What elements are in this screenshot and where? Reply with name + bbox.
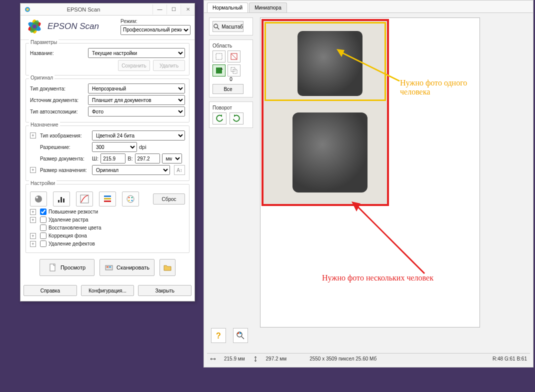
status-width-icon xyxy=(210,356,216,362)
select-all-button[interactable]: Все xyxy=(212,84,244,94)
titlebar[interactable]: EPSON Scan — ☐ ✕ xyxy=(20,4,194,16)
destsize-select[interactable]: Оригинал xyxy=(92,165,170,175)
params-legend: Параметры xyxy=(29,40,58,45)
zoom-button[interactable]: Масштаб xyxy=(212,21,244,32)
name-select[interactable]: Текущие настройки xyxy=(88,48,185,58)
expand-descreen-icon[interactable]: + xyxy=(30,217,36,223)
auto-exposure-icon[interactable] xyxy=(30,192,47,206)
descreen-checkbox[interactable] xyxy=(40,216,46,223)
orientation-lock-icon[interactable]: A↕ xyxy=(174,165,185,175)
save-settings-button[interactable]: Сохранить xyxy=(118,60,150,71)
svg-point-8 xyxy=(36,196,38,198)
marquee-mode-icon[interactable] xyxy=(212,64,226,76)
adjust-legend: Настройки xyxy=(29,180,56,186)
expand-imgtype-icon[interactable]: + xyxy=(30,132,36,138)
svg-rect-43 xyxy=(240,332,241,334)
help-button[interactable]: Справка xyxy=(24,285,77,296)
expand-dust-icon[interactable]: + xyxy=(30,241,36,247)
folder-icon xyxy=(163,263,172,272)
svg-rect-9 xyxy=(58,200,60,202)
tone-curve-icon[interactable] xyxy=(76,192,93,206)
expand-backlight-icon[interactable]: + xyxy=(30,233,36,239)
svg-line-26 xyxy=(217,28,219,30)
svg-rect-10 xyxy=(60,197,62,202)
svg-point-16 xyxy=(127,196,134,202)
doc-type-label: Тип документа: xyxy=(30,86,86,92)
tab-normal[interactable]: Нормальный xyxy=(207,2,248,12)
page-icon xyxy=(48,263,58,272)
expand-sharpen-icon[interactable]: + xyxy=(30,209,36,215)
header-band: EPSON Scan Режим: Профессиональный режим xyxy=(20,16,194,40)
expand-destsize-icon[interactable]: + xyxy=(30,167,36,173)
maximize-button[interactable]: ☐ xyxy=(166,4,180,14)
height-input[interactable] xyxy=(135,154,160,164)
svg-point-18 xyxy=(132,197,133,198)
width-label: Ш: xyxy=(92,156,98,162)
svg-rect-15 xyxy=(104,200,111,202)
imgtype-select[interactable]: Цветной 24 бита xyxy=(92,130,185,140)
svg-rect-42 xyxy=(238,332,239,334)
preview-panel: Нормальный Миниатюра Масштаб Область 0 xyxy=(204,0,534,368)
scanned-photo xyxy=(262,20,388,205)
save-folder-button[interactable] xyxy=(160,259,176,276)
config-button[interactable]: Конфигурация... xyxy=(81,285,134,296)
doc-type-select[interactable]: Непрозрачный xyxy=(88,84,185,94)
svg-point-17 xyxy=(128,197,130,198)
svg-rect-27 xyxy=(216,54,222,60)
brand-text: EPSON Scan xyxy=(48,22,99,32)
magnifier-icon xyxy=(213,23,220,30)
color-palette-icon[interactable] xyxy=(122,192,139,206)
imgtype-label: Тип изображения: xyxy=(40,133,90,138)
svg-point-19 xyxy=(132,200,133,202)
marquee-delete-icon[interactable] xyxy=(228,50,240,62)
rotate-legend: Поворот xyxy=(212,105,250,110)
name-label: Название: xyxy=(30,50,86,56)
close-button[interactable]: ✕ xyxy=(180,4,194,14)
dust-checkbox[interactable] xyxy=(40,240,46,247)
marquee-copy-icon[interactable] xyxy=(228,64,240,76)
mode-select[interactable]: Профессиональный режим xyxy=(120,25,190,35)
svg-rect-24 xyxy=(109,266,111,268)
area-tool-group: Область 0 Все xyxy=(209,40,253,98)
color-restore-checkbox[interactable] xyxy=(40,224,46,231)
svg-point-25 xyxy=(214,24,218,28)
histogram-icon[interactable] xyxy=(53,192,70,206)
status-bar: 215.9 мм 297.2 мм 2550 x 3509 пиксел 25.… xyxy=(207,353,530,364)
units-select[interactable]: мм xyxy=(162,154,182,164)
docsize-label: Размер документа: xyxy=(40,156,90,162)
backlight-checkbox[interactable] xyxy=(40,232,46,239)
rotate-right-button[interactable] xyxy=(230,112,244,124)
preview-button[interactable]: Просмотр xyxy=(40,259,94,276)
original-legend: Оригинал xyxy=(29,75,54,80)
params-group: Параметры Название: Текущие настройки Со… xyxy=(26,43,190,76)
preview-help-icon[interactable]: ? xyxy=(211,328,226,343)
adjust-group: Настройки Сброс +Повышение резкости +Уда… xyxy=(26,184,190,253)
image-adjust-icon[interactable] xyxy=(99,192,116,206)
rotate-left-button[interactable] xyxy=(212,112,226,124)
resolution-label: Разрешение: xyxy=(40,144,90,150)
source-select[interactable]: Планшет для документов xyxy=(88,95,185,105)
autoexp-select[interactable]: Фото xyxy=(88,106,185,116)
marquee-new-icon[interactable] xyxy=(212,50,226,62)
minimize-button[interactable]: — xyxy=(152,4,166,14)
densitometer-icon[interactable] xyxy=(233,328,248,343)
svg-rect-11 xyxy=(63,198,64,202)
descreen-label: Удаление растра xyxy=(48,217,88,222)
height-label: В: xyxy=(128,156,132,162)
svg-line-44 xyxy=(242,336,244,339)
window-title: EPSON Scan xyxy=(14,6,152,12)
reset-adjust-button[interactable]: Сброс xyxy=(153,194,185,204)
tab-thumbnail[interactable]: Миниатюра xyxy=(249,2,287,12)
resolution-select[interactable]: 300 xyxy=(92,142,137,152)
epson-scan-window: EPSON Scan — ☐ ✕ EPSON Scan Режим: Профе… xyxy=(20,3,195,302)
status-pixels: 2550 x 3509 пиксел 25.60 Мб xyxy=(310,356,376,362)
status-rgb: R:48 G:61 B:61 xyxy=(492,356,527,362)
backlight-label: Коррекция фона xyxy=(48,233,87,238)
close-dialog-button[interactable]: Закрыть xyxy=(138,285,192,296)
area-legend: Область xyxy=(212,43,250,48)
sharpen-checkbox[interactable] xyxy=(40,208,46,215)
delete-settings-button[interactable]: Удалить xyxy=(153,60,185,71)
annotation-red: Нужно фото нескольких человек xyxy=(322,274,492,282)
width-input[interactable] xyxy=(100,154,126,164)
scan-button[interactable]: Сканировать xyxy=(100,259,154,276)
